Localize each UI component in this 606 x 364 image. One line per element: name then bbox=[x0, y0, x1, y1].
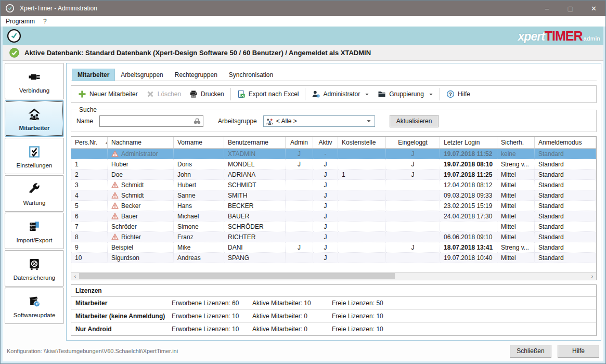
warning-icon bbox=[111, 202, 119, 209]
cell-persnr: 10 bbox=[71, 253, 108, 263]
cell-modus: Standard bbox=[535, 242, 596, 253]
column-header-kostenstelle[interactable]: Kostenstelle bbox=[338, 137, 386, 148]
cell-modus: Standard bbox=[535, 159, 596, 170]
cell-sicherheit: Mittel bbox=[497, 253, 535, 263]
cell-persnr bbox=[71, 149, 108, 159]
scroll-left-icon[interactable]: ‹ bbox=[71, 272, 79, 280]
table-row[interactable]: 8RichterFranzRICHTERJ06.06.2018 09:10Mit… bbox=[71, 232, 596, 242]
scrollbar-thumb[interactable] bbox=[79, 273, 395, 279]
table-row[interactable]: 3SchmidtHubertSCHMIDTJ12.04.2018 08:12Mi… bbox=[71, 180, 596, 190]
license-active: Aktive Mitarbeiter: 0 bbox=[252, 313, 332, 320]
column-header-benutzername[interactable]: Benutzername bbox=[224, 137, 286, 148]
chevron-down-icon[interactable] bbox=[365, 92, 369, 97]
tab-mitarbeiter[interactable]: Mitarbeiter bbox=[72, 69, 115, 81]
cell-kostenstelle bbox=[338, 211, 386, 222]
toolbar-drucken-button[interactable]: Drucken bbox=[185, 88, 228, 100]
horizontal-scrollbar[interactable]: ‹ › bbox=[71, 272, 596, 280]
column-header-pers-nr[interactable]: Pers.Nr.▲ bbox=[71, 137, 108, 148]
name-search-input[interactable] bbox=[99, 115, 203, 127]
cell-kostenstelle bbox=[338, 222, 386, 232]
cell-aktiv: J bbox=[313, 190, 338, 201]
menu-item-programm[interactable]: Programm bbox=[2, 17, 39, 26]
toolbar-löschen-button[interactable]: Löschen bbox=[142, 88, 185, 100]
app-window: Xpert-Timer - Administration – ▢ ✕ Progr… bbox=[0, 0, 606, 364]
cell-vorname: Hubert bbox=[174, 180, 224, 190]
cell-aktiv: J bbox=[313, 180, 338, 190]
table-row[interactable]: 5BeckerHansBECKERJ23.02.2015 15:19Mittel… bbox=[71, 201, 596, 211]
column-header-anmeldemodus[interactable]: Anmeldemodus bbox=[535, 137, 596, 148]
column-header-admin[interactable]: Admin bbox=[286, 137, 313, 148]
checklist-icon bbox=[26, 144, 43, 160]
cell-benutzername: SCHMIDT bbox=[224, 180, 286, 190]
tab-rechtegruppen[interactable]: Rechtegruppen bbox=[169, 69, 223, 81]
column-header-eingeloggt[interactable]: Eingeloggt bbox=[386, 137, 440, 148]
column-header-nachname[interactable]: Nachname bbox=[108, 137, 174, 148]
table-row[interactable]: 10SigurdsonAndreasSPANGJ19.07.2018 10:40… bbox=[71, 253, 596, 263]
arbeitsgruppe-select[interactable]: < Alle > bbox=[263, 115, 375, 127]
column-header-aktiv[interactable]: Aktiv bbox=[313, 137, 338, 148]
toolbar-neuer-mitarbeiter-button[interactable]: Neuer Mitarbeiter bbox=[74, 88, 142, 100]
group-icon bbox=[266, 118, 274, 125]
cell-sicherheit: Streng v... bbox=[497, 159, 535, 170]
cell-persnr: 4 bbox=[71, 190, 108, 201]
licenses-title: Lizenzen bbox=[71, 285, 596, 297]
sidebar-item-datensicherung[interactable]: Datensicherung bbox=[5, 250, 64, 287]
cell-kostenstelle bbox=[338, 232, 386, 242]
cell-admin bbox=[286, 180, 313, 190]
toolbar-hilfe-button[interactable]: ? Hilfe bbox=[442, 88, 474, 100]
table-row[interactable]: 2DoeJohnADRIANAJ1J19.07.2018 11:25Mittel… bbox=[71, 170, 596, 180]
search-legend: Suche bbox=[78, 106, 98, 113]
table-row[interactable]: 6BauerMichaelBAUERJ24.04.2018 17:30Mitte… bbox=[71, 211, 596, 222]
toolbar-export-nach-excel-button[interactable]: Export nach Excel bbox=[233, 88, 303, 100]
refresh-button[interactable]: Aktualisieren bbox=[390, 115, 439, 127]
maximize-button[interactable]: ▢ bbox=[559, 1, 582, 16]
minimize-button[interactable]: – bbox=[535, 1, 559, 16]
cell-eingeloggt bbox=[386, 211, 440, 222]
column-header-sicherh[interactable]: Sicherh. bbox=[497, 137, 535, 148]
license-active: Aktive Mitarbeiter: 0 bbox=[252, 326, 332, 333]
cell-nachname: Doe bbox=[108, 170, 174, 180]
cell-sicherheit: Mittel bbox=[497, 180, 535, 190]
cell-login: 24.04.2018 17:30 bbox=[440, 211, 497, 222]
toolbar-administrator-button[interactable]: Administrator bbox=[307, 88, 373, 100]
help-button[interactable]: Hilfe bbox=[558, 345, 599, 358]
table-row[interactable]: 9BeispielMikeDANIJJJ18.07.2018 13:41Stre… bbox=[71, 242, 596, 253]
scroll-right-icon[interactable]: › bbox=[588, 272, 596, 280]
delete-icon bbox=[146, 90, 154, 98]
cell-aktiv: J bbox=[313, 232, 338, 242]
sidebar-item-softwareupdate[interactable]: Softwareupdate bbox=[5, 288, 64, 324]
close-dialog-button[interactable]: Schließen bbox=[510, 345, 551, 358]
main-area: Verbindung Mitarbeiter Einstellungen War… bbox=[3, 61, 603, 341]
chevron-down-icon[interactable] bbox=[429, 92, 433, 97]
cell-aktiv: - bbox=[313, 149, 338, 159]
binoculars-icon[interactable] bbox=[193, 117, 201, 125]
cell-admin bbox=[286, 201, 313, 211]
cell-benutzername: DANI bbox=[224, 242, 286, 253]
table-row[interactable]: 1HuberDorisMONDELJJJ19.07.2018 08:10Stre… bbox=[71, 159, 596, 170]
cell-modus: Standard bbox=[535, 253, 596, 263]
sidebar-item-import-export[interactable]: Import/Export bbox=[5, 213, 64, 249]
cell-eingeloggt bbox=[386, 232, 440, 242]
close-button[interactable]: ✕ bbox=[582, 1, 605, 16]
cell-admin: J bbox=[286, 242, 313, 253]
sidebar-item-mitarbeiter[interactable]: Mitarbeiter bbox=[5, 100, 64, 137]
sidebar-item-einstellungen[interactable]: Einstellungen bbox=[5, 138, 64, 174]
tab-arbeitsgruppen[interactable]: Arbeitsgruppen bbox=[115, 69, 169, 81]
column-header-vorname[interactable]: Vorname bbox=[174, 137, 224, 148]
cell-eingeloggt bbox=[386, 253, 440, 263]
table-row[interactable]: AdministratorXTADMINJ-J19.07.2018 11:52k… bbox=[71, 149, 596, 159]
toolbar-gruppierung-button[interactable]: Gruppierung bbox=[373, 88, 437, 100]
menu-item-help[interactable]: ? bbox=[39, 17, 51, 26]
tab-synchronisation[interactable]: Synchronisation bbox=[223, 69, 279, 81]
cell-modus: Standard bbox=[535, 190, 596, 201]
cell-admin bbox=[286, 170, 313, 180]
table-row[interactable]: 4SchmidtSanneSMITHJ09.03.2018 09:33Mitte… bbox=[71, 190, 596, 201]
sidebar-item-verbindung[interactable]: Verbindung bbox=[5, 63, 64, 99]
cell-nachname: Schröder bbox=[108, 222, 174, 232]
cell-modus: Standard bbox=[535, 222, 596, 232]
column-header-letzter-login[interactable]: Letzter Login bbox=[440, 137, 497, 148]
sidebar-item-wartung[interactable]: Wartung bbox=[5, 175, 64, 212]
cell-admin bbox=[286, 232, 313, 242]
cell-vorname bbox=[174, 149, 224, 159]
table-row[interactable]: 7SchröderSimoneSCHRÖDERJMittelStandard bbox=[71, 222, 596, 232]
